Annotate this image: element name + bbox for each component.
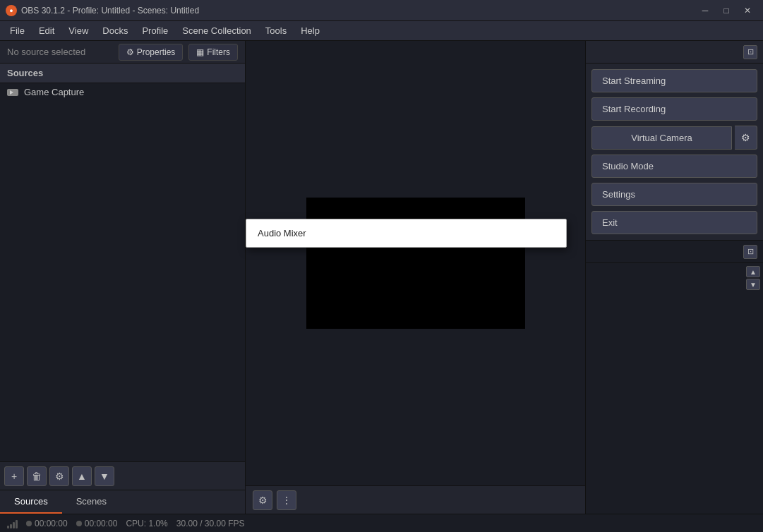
title-bar-left: ● OBS 30.1.2 - Profile: Untitled - Scene… [6,5,199,16]
gear-icon: ⚙ [126,47,134,57]
signal-bar-2 [10,524,12,528]
title-bar-text: OBS 30.1.2 - Profile: Untitled - Scenes:… [21,6,199,16]
signal-status [7,519,18,528]
preview-area [246,41,585,485]
menu-view[interactable]: View [61,23,95,39]
game-capture-icon [7,89,18,96]
preview-canvas [306,198,525,329]
menu-profile[interactable]: Profile [135,23,175,39]
menu-file[interactable]: File [3,23,32,39]
right-lower-expand-icon[interactable]: ⊡ [743,245,757,259]
preview-footer: ⚙ ⋮ [246,485,585,514]
menu-scene-collection[interactable]: Scene Collection [175,23,258,39]
add-source-button[interactable]: + [4,466,24,486]
no-source-label: No source selected [7,47,113,57]
move-source-up-button[interactable]: ▲ [72,466,92,486]
menu-help[interactable]: Help [294,23,327,39]
virtual-camera-row: Virtual Camera ⚙ [591,126,757,150]
exit-button[interactable]: Exit [591,211,757,234]
remove-source-button[interactable]: 🗑 [27,466,47,486]
studio-mode-button[interactable]: Studio Mode [591,155,757,178]
sources-tab-label: Sources [14,496,48,507]
preview-menu-button[interactable]: ⋮ [277,490,296,510]
scroll-arrows: ▲ ▼ [746,266,760,290]
source-name: Game Capture [24,87,84,97]
move-source-down-button[interactable]: ▼ [95,466,114,486]
stream-dot [26,521,32,526]
restore-button[interactable]: □ [716,4,736,18]
signal-bars [7,519,18,528]
record-dot [76,521,82,526]
cpu-item: CPU: 1.0% [126,519,167,528]
right-buttons: Start Streaming Start Recording Virtual … [586,64,763,240]
filters-label: Filters [207,47,230,57]
scroll-up-arrow[interactable]: ▲ [746,266,760,277]
source-info-bar: No source selected ⚙ Properties ▦ Filter… [0,41,245,64]
menu-docks[interactable]: Docks [95,23,135,39]
list-item[interactable]: Game Capture [0,83,245,101]
cpu-label: CPU: 1.0% [126,519,167,528]
sources-dock: Sources Game Capture [0,64,245,461]
right-panel-header: ⊡ [586,41,763,64]
right-lower-panel: ⊡ ▲ ▼ [586,240,763,514]
audio-mixer-dropdown: Audio Mixer [246,219,567,248]
record-time-item: 00:00:00 [76,519,118,528]
scroll-down-arrow[interactable]: ▼ [746,279,760,290]
title-bar-controls: ─ □ ✕ [695,4,757,18]
scenes-tab-label: Scenes [76,496,107,507]
sources-list: Game Capture [0,83,245,461]
properties-label: Properties [137,47,176,57]
stream-time: 00:00:00 [35,519,68,528]
main-content: No source selected ⚙ Properties ▦ Filter… [0,41,763,514]
start-streaming-button[interactable]: Start Streaming [591,69,757,92]
sources-toolbar: + 🗑 ⚙ ▲ ▼ [0,461,245,490]
start-recording-button[interactable]: Start Recording [591,97,757,121]
stream-time-item: 00:00:00 [26,519,68,528]
close-button[interactable]: ✕ [738,4,757,18]
center-area: ⚙ ⋮ [246,41,585,514]
app-icon: ● [6,5,17,16]
menu-edit[interactable]: Edit [32,23,61,39]
source-settings-button[interactable]: ⚙ [49,466,69,486]
left-panel: No source selected ⚙ Properties ▦ Filter… [0,41,246,514]
title-bar: ● OBS 30.1.2 - Profile: Untitled - Scene… [0,0,763,21]
properties-tab[interactable]: ⚙ Properties [119,44,184,61]
virtual-camera-settings-button[interactable]: ⚙ [735,126,757,150]
filters-tab[interactable]: ▦ Filters [188,44,238,61]
fps-label: 30.00 / 30.00 FPS [176,519,245,528]
audio-mixer-item[interactable]: Audio Mixer [246,222,566,244]
sources-header: Sources [0,64,245,83]
signal-bar-1 [7,526,9,528]
fps-item: 30.00 / 30.00 FPS [176,519,245,528]
right-panel: ⊡ Start Streaming Start Recording Virtua… [585,41,763,514]
status-bar: 00:00:00 00:00:00 CPU: 1.0% 30.00 / 30.0… [0,514,763,532]
right-lower-header: ⊡ [586,241,763,263]
bottom-tabs: Sources Scenes [0,490,245,514]
virtual-camera-button[interactable]: Virtual Camera [591,126,732,150]
record-time: 00:00:00 [85,519,118,528]
right-panel-expand: ⊡ [743,45,757,59]
preview-settings-button[interactable]: ⚙ [253,490,272,510]
tab-sources[interactable]: Sources [0,490,62,514]
filter-icon: ▦ [196,47,204,57]
right-lower-content [586,263,763,269]
signal-bar-3 [13,522,15,528]
menu-tools[interactable]: Tools [258,23,294,39]
minimize-button[interactable]: ─ [695,4,715,18]
expand-icon[interactable]: ⊡ [743,45,757,59]
tab-scenes[interactable]: Scenes [62,490,121,514]
signal-bar-4 [16,520,18,528]
settings-button[interactable]: Settings [591,183,757,206]
menu-bar: File Edit View Docks Profile Scene Colle… [0,21,763,41]
